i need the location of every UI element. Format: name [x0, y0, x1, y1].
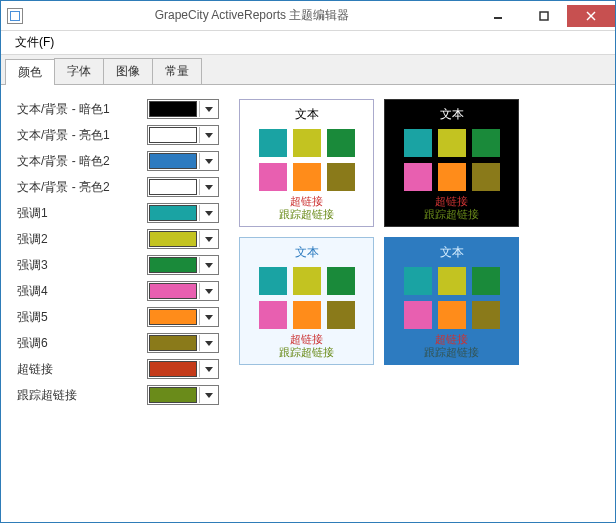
color-picker[interactable]: [147, 307, 219, 327]
color-picker[interactable]: [147, 125, 219, 145]
preview-swatch: [404, 163, 432, 191]
chevron-down-icon[interactable]: [199, 205, 217, 221]
color-swatch: [149, 361, 197, 377]
color-swatch: [149, 283, 197, 299]
color-picker[interactable]: [147, 333, 219, 353]
color-row: 强调2: [17, 229, 219, 249]
chevron-down-icon[interactable]: [199, 335, 217, 351]
chevron-down-icon[interactable]: [199, 387, 217, 403]
color-row: 强调6: [17, 333, 219, 353]
preview-grid: 文本超链接跟踪超链接文本超链接跟踪超链接文本超链接跟踪超链接文本超链接跟踪超链接: [239, 99, 519, 508]
color-swatch: [149, 309, 197, 325]
tab-fonts[interactable]: 字体: [54, 58, 104, 84]
preview-text-label: 文本: [440, 244, 464, 261]
color-picker[interactable]: [147, 151, 219, 171]
chevron-down-icon[interactable]: [199, 257, 217, 273]
color-picker[interactable]: [147, 359, 219, 379]
chevron-down-icon[interactable]: [199, 153, 217, 169]
preview-swatch: [259, 267, 287, 295]
tab-strip: 颜色 字体 图像 常量: [1, 55, 615, 85]
preview-followed-link-label: 跟踪超链接: [279, 346, 334, 359]
preview-swatch: [438, 129, 466, 157]
color-label: 强调3: [17, 257, 137, 274]
titlebar: GrapeCity ActiveReports 主题编辑器: [1, 1, 615, 31]
tab-colors[interactable]: 颜色: [5, 59, 55, 85]
color-row: 文本/背景 - 亮色2: [17, 177, 219, 197]
color-row: 文本/背景 - 暗色2: [17, 151, 219, 171]
color-row: 强调1: [17, 203, 219, 223]
tab-constants[interactable]: 常量: [152, 58, 202, 84]
color-swatch: [149, 179, 197, 195]
window-title: GrapeCity ActiveReports 主题编辑器: [29, 7, 475, 24]
preview-swatch: [293, 301, 321, 329]
preview-hyperlink-label: 超链接: [435, 195, 468, 208]
preview-followed-link-label: 跟踪超链接: [279, 208, 334, 221]
preview-swatch: [438, 267, 466, 295]
app-icon: [7, 8, 23, 24]
color-label: 强调5: [17, 309, 137, 326]
color-row: 强调4: [17, 281, 219, 301]
color-picker[interactable]: [147, 255, 219, 275]
preview-swatch: [259, 163, 287, 191]
preview-swatch-grid: [259, 267, 355, 329]
color-picker[interactable]: [147, 229, 219, 249]
color-swatch: [149, 127, 197, 143]
color-picker[interactable]: [147, 203, 219, 223]
minimize-button[interactable]: [475, 5, 521, 27]
color-label: 强调1: [17, 205, 137, 222]
menu-file[interactable]: 文件(F): [7, 31, 62, 54]
color-picker[interactable]: [147, 177, 219, 197]
color-swatch: [149, 205, 197, 221]
preview-card: 文本超链接跟踪超链接: [239, 237, 374, 365]
preview-followed-link-label: 跟踪超链接: [424, 208, 479, 221]
preview-swatch: [293, 129, 321, 157]
tab-content: 文本/背景 - 暗色1文本/背景 - 亮色1文本/背景 - 暗色2文本/背景 -…: [1, 85, 615, 522]
chevron-down-icon[interactable]: [199, 179, 217, 195]
color-picker[interactable]: [147, 281, 219, 301]
preview-text-label: 文本: [295, 244, 319, 261]
preview-swatch-grid: [259, 129, 355, 191]
preview-swatch: [327, 267, 355, 295]
preview-swatch-grid: [404, 129, 500, 191]
color-picker[interactable]: [147, 99, 219, 119]
preview-swatch: [472, 301, 500, 329]
close-button[interactable]: [567, 5, 615, 27]
color-picker[interactable]: [147, 385, 219, 405]
color-swatch: [149, 387, 197, 403]
color-row: 强调3: [17, 255, 219, 275]
app-window: GrapeCity ActiveReports 主题编辑器 文件(F) 颜色 字…: [0, 0, 616, 523]
tab-images[interactable]: 图像: [103, 58, 153, 84]
chevron-down-icon[interactable]: [199, 127, 217, 143]
preview-swatch: [472, 163, 500, 191]
color-label: 强调6: [17, 335, 137, 352]
preview-swatch: [327, 301, 355, 329]
color-swatch: [149, 153, 197, 169]
color-swatch: [149, 335, 197, 351]
preview-swatch: [327, 129, 355, 157]
preview-hyperlink-label: 超链接: [290, 333, 323, 346]
color-row: 文本/背景 - 亮色1: [17, 125, 219, 145]
color-row: 超链接: [17, 359, 219, 379]
preview-swatch: [404, 267, 432, 295]
color-label: 文本/背景 - 亮色1: [17, 127, 137, 144]
chevron-down-icon[interactable]: [199, 283, 217, 299]
chevron-down-icon[interactable]: [199, 101, 217, 117]
preview-card: 文本超链接跟踪超链接: [239, 99, 374, 227]
color-row: 跟踪超链接: [17, 385, 219, 405]
color-label: 文本/背景 - 暗色1: [17, 101, 137, 118]
color-swatch: [149, 257, 197, 273]
menubar: 文件(F): [1, 31, 615, 55]
color-label: 跟踪超链接: [17, 387, 137, 404]
chevron-down-icon[interactable]: [199, 231, 217, 247]
preview-hyperlink-label: 超链接: [435, 333, 468, 346]
preview-swatch-grid: [404, 267, 500, 329]
chevron-down-icon[interactable]: [199, 361, 217, 377]
color-label: 强调2: [17, 231, 137, 248]
maximize-button[interactable]: [521, 5, 567, 27]
color-row: 强调5: [17, 307, 219, 327]
color-row: 文本/背景 - 暗色1: [17, 99, 219, 119]
preview-swatch: [404, 301, 432, 329]
svg-rect-1: [540, 12, 548, 20]
chevron-down-icon[interactable]: [199, 309, 217, 325]
color-swatch: [149, 231, 197, 247]
